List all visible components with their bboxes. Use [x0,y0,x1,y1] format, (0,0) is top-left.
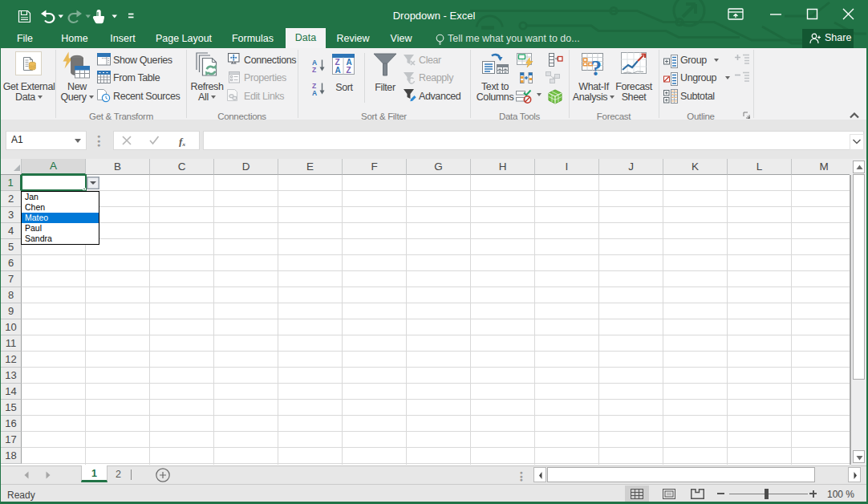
svg-text:?: ? [591,56,602,79]
svg-text:A: A [335,66,341,75]
svg-text:A: A [312,89,317,97]
svg-text:Z: Z [347,66,351,75]
svg-text:Z: Z [312,66,316,74]
svg-text:fₓ: fₓ [179,136,186,148]
